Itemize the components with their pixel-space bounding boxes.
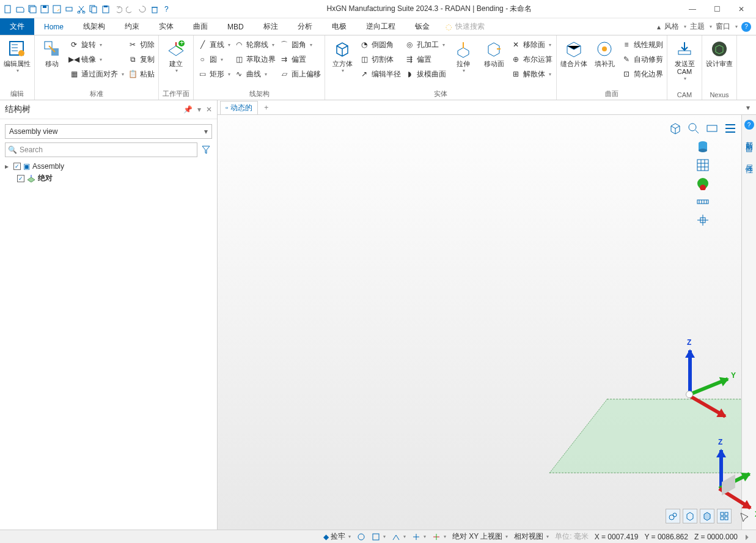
view-cube-icon[interactable] xyxy=(668,121,683,136)
tab-sheetmetal[interactable]: 钣金 xyxy=(405,18,439,35)
circle-button[interactable]: ○圆▾ xyxy=(197,53,230,66)
rect-button[interactable]: ▭矩形▾ xyxy=(197,67,230,81)
measure-icon[interactable] xyxy=(695,194,710,209)
window-menu[interactable]: 窗口 xyxy=(716,21,730,32)
status-icon-4[interactable]: ▾ xyxy=(412,533,426,541)
slice-button[interactable]: ◫切割体 xyxy=(359,53,401,66)
pin-icon[interactable]: 📌 xyxy=(183,105,193,114)
vp-btn-4[interactable] xyxy=(717,509,732,523)
paste-icon[interactable] xyxy=(100,4,111,15)
relative-view-button[interactable]: 相对视图▾ xyxy=(514,531,549,542)
offset2-button[interactable]: ⇶偏置 xyxy=(405,53,446,66)
simplify-button[interactable]: ⊡简化边界 xyxy=(622,67,663,81)
copy-button[interactable]: ⧉复制 xyxy=(128,53,155,66)
tab-home[interactable]: Home xyxy=(34,18,73,35)
curve-button[interactable]: ∿曲线▾ xyxy=(234,67,276,81)
tree-assembly-row[interactable]: ▸ ▣ Assembly xyxy=(5,161,212,172)
add-tab-button[interactable]: + xyxy=(260,103,272,112)
status-icon-2[interactable]: ▾ xyxy=(372,533,386,541)
section-icon[interactable] xyxy=(705,121,719,136)
copy-icon[interactable] xyxy=(88,4,99,15)
tab-wireframe[interactable]: 线架构 xyxy=(73,18,115,35)
tab-solid[interactable]: 实体 xyxy=(149,18,183,35)
status-icon-1[interactable] xyxy=(357,533,365,541)
rail-props-icon[interactable]: ▤ xyxy=(746,144,752,153)
close-panel-icon[interactable]: ✕ xyxy=(206,105,212,114)
hole-button[interactable]: ◎孔加工▾ xyxy=(405,38,446,51)
collapse-ribbon-icon[interactable]: ▴ xyxy=(657,23,661,31)
refresh-icon[interactable] xyxy=(137,4,148,15)
send-to-cam-button[interactable]: 发送至 CAM▾ xyxy=(671,37,698,81)
profile-button[interactable]: ◠轮廓线▾ xyxy=(234,38,276,51)
tab-electrode[interactable]: 电极 xyxy=(322,18,356,35)
maximize-button[interactable]: ☐ xyxy=(711,3,723,15)
theme-menu[interactable]: 主题 xyxy=(690,21,705,32)
save-all-icon[interactable] xyxy=(27,4,38,15)
face-curve-button[interactable]: ▱面上偏移 xyxy=(279,67,321,81)
rail-help-icon[interactable]: ? xyxy=(744,120,754,130)
menu-icon[interactable] xyxy=(723,121,738,136)
material-icon[interactable] xyxy=(695,176,710,191)
status-end-icon[interactable]: ⏵ xyxy=(744,533,751,541)
style-menu[interactable]: 风格 xyxy=(664,21,679,32)
print-icon[interactable] xyxy=(64,4,75,15)
checkbox-absolute[interactable] xyxy=(17,175,24,182)
redo-icon[interactable] xyxy=(125,4,136,15)
design-review-button[interactable]: 设计审查 xyxy=(706,37,733,68)
status-icon-3[interactable]: ▾ xyxy=(392,533,406,541)
tree-absolute-row[interactable]: 绝对 xyxy=(5,172,212,185)
fillet-button[interactable]: ⌒圆角▾ xyxy=(279,38,321,51)
edit-radius-button[interactable]: ↗编辑半径 xyxy=(359,67,401,81)
cut-icon[interactable] xyxy=(76,4,87,15)
vp-btn-3[interactable] xyxy=(700,509,714,523)
delete-icon[interactable] xyxy=(149,4,160,15)
zoom-fit-icon[interactable] xyxy=(686,121,701,136)
edit-properties-button[interactable]: 编辑属性▾ xyxy=(4,37,31,73)
move-button[interactable]: 移动 xyxy=(39,37,65,68)
filter-icon[interactable] xyxy=(200,144,212,156)
save-icon[interactable] xyxy=(39,4,50,15)
dropdown-icon[interactable]: ▾ xyxy=(197,105,201,114)
auto-trim-button[interactable]: ✎自动修剪 xyxy=(622,53,663,66)
tab-mbd[interactable]: MBD xyxy=(218,18,254,35)
paste-button[interactable]: 📋粘贴 xyxy=(128,67,155,81)
view-combo[interactable]: Assembly view▾ xyxy=(5,124,212,139)
tab-reverse[interactable]: 逆向工程 xyxy=(356,18,405,35)
extrude-button[interactable]: 拉伸▾ xyxy=(450,37,477,73)
grid-icon[interactable] xyxy=(695,158,710,172)
line-button[interactable]: ╱直线▾ xyxy=(197,38,230,51)
close-button[interactable]: ✕ xyxy=(735,3,747,15)
offset-button[interactable]: ⇉偏置 xyxy=(279,53,321,66)
tab-analyze[interactable]: 分析 xyxy=(288,18,322,35)
quick-search[interactable]: ◌快速搜索 xyxy=(439,18,491,35)
snap-toggle[interactable]: ◆捡牢▾ xyxy=(323,531,351,542)
sew-button[interactable]: 缝合片体 xyxy=(560,37,587,68)
mirror-button[interactable]: ▶◀镜像▾ xyxy=(69,53,124,66)
boolean-button[interactable]: ⊕布尔运算 xyxy=(511,53,552,66)
crosshair-icon[interactable] xyxy=(695,213,710,227)
new-icon[interactable] xyxy=(2,4,13,15)
checkbox-assembly[interactable] xyxy=(13,163,21,170)
expander-icon[interactable]: ▸ xyxy=(5,162,11,171)
vp-btn-1[interactable] xyxy=(666,509,680,523)
status-icon-5[interactable]: ▾ xyxy=(432,533,446,541)
tab-file[interactable]: 文件 xyxy=(0,18,34,35)
tab-annotate[interactable]: 标注 xyxy=(254,18,288,35)
moldcurve-button[interactable]: ◗拔模曲面 xyxy=(405,67,446,81)
rail-props-tab[interactable]: 属性 xyxy=(744,159,754,161)
rail-help-tab[interactable]: 帮助 xyxy=(744,136,754,138)
undo-icon[interactable] xyxy=(112,4,123,15)
move-face-button[interactable]: 移动面 xyxy=(480,37,507,68)
fill-hole-button[interactable]: 填补孔 xyxy=(591,37,618,68)
doc-tab-dynamic[interactable]: ▫ 动态的 xyxy=(220,101,258,114)
search-input[interactable]: 🔍Search xyxy=(5,142,197,157)
open-icon[interactable] xyxy=(15,4,26,15)
extract-edge-button[interactable]: ◫萃取边界 xyxy=(234,53,276,66)
delete-face-button[interactable]: ✕移除面▾ xyxy=(511,38,552,51)
align-button[interactable]: ▦通过面对齐▾ xyxy=(69,67,124,81)
workplane-create-button[interactable]: + 建立▾ xyxy=(163,37,189,73)
minimize-button[interactable]: — xyxy=(686,3,699,15)
tabs-menu-icon[interactable]: ▾ xyxy=(743,103,754,112)
cube-button[interactable]: 立方体▾ xyxy=(329,37,356,73)
rotate-button[interactable]: ⟳旋转▾ xyxy=(69,38,124,51)
